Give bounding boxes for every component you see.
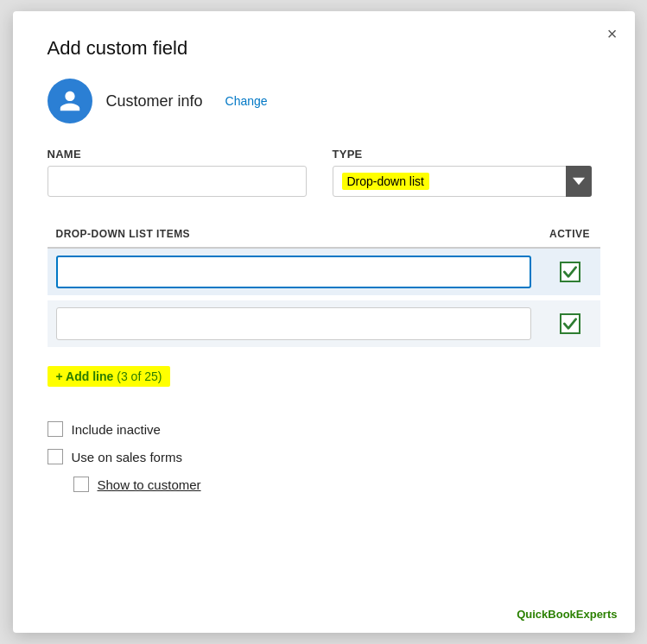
name-label: Name bbox=[48, 148, 307, 161]
show-to-customer-row: Show to customer bbox=[73, 477, 600, 492]
change-link[interactable]: Change bbox=[225, 94, 268, 108]
type-select[interactable]: Drop-down list bbox=[333, 166, 592, 197]
item-input-2[interactable] bbox=[56, 307, 531, 340]
table-row bbox=[48, 298, 600, 350]
checkmark-icon-1 bbox=[563, 265, 577, 279]
type-label: Type bbox=[333, 148, 592, 161]
add-line-button[interactable]: + Add line (3 of 25) bbox=[48, 366, 171, 387]
type-select-arrow[interactable] bbox=[566, 166, 592, 197]
fields-row: Name Type Drop-down list bbox=[48, 148, 600, 197]
type-select-value: Drop-down list bbox=[342, 174, 582, 188]
entity-row: Customer info Change bbox=[48, 79, 600, 123]
item-input-cell-2 bbox=[48, 298, 540, 350]
type-select-highlighted: Drop-down list bbox=[342, 173, 429, 190]
add-line-label: + Add line bbox=[56, 369, 114, 383]
active-cell-2 bbox=[540, 298, 600, 350]
use-on-sales-checkbox[interactable] bbox=[48, 449, 63, 464]
add-line-section: + Add line (3 of 25) bbox=[48, 366, 600, 404]
name-field-group: Name bbox=[48, 148, 307, 197]
active-checkbox-2[interactable] bbox=[560, 313, 580, 334]
active-checkbox-1[interactable] bbox=[560, 262, 580, 282]
table-row bbox=[48, 248, 600, 298]
person-icon bbox=[58, 89, 82, 113]
use-on-sales-label: Use on sales forms bbox=[72, 450, 182, 464]
include-inactive-row: Include inactive bbox=[48, 421, 600, 437]
use-on-sales-row: Use on sales forms bbox=[48, 449, 600, 464]
col-active-header: ACTIVE bbox=[540, 221, 600, 248]
include-inactive-checkbox[interactable] bbox=[48, 421, 63, 437]
item-input-cell bbox=[48, 248, 540, 298]
checkmark-icon-2 bbox=[563, 317, 577, 331]
add-custom-field-dialog: × Add custom field Customer info Change … bbox=[13, 11, 635, 633]
add-line-count: (3 of 25) bbox=[117, 369, 162, 383]
col-items-header: DROP-DOWN LIST ITEMS bbox=[48, 221, 540, 248]
include-inactive-label: Include inactive bbox=[72, 422, 161, 437]
show-to-customer-checkbox[interactable] bbox=[73, 477, 89, 492]
footer-brand: QuickBookExperts bbox=[517, 608, 617, 621]
item-input-1[interactable] bbox=[56, 256, 531, 288]
chevron-down-icon bbox=[573, 175, 585, 187]
close-button[interactable]: × bbox=[607, 25, 618, 42]
dropdown-items-table: DROP-DOWN LIST ITEMS ACTIVE bbox=[48, 221, 600, 352]
avatar bbox=[48, 79, 92, 123]
dialog-title: Add custom field bbox=[48, 37, 600, 60]
name-input[interactable] bbox=[48, 166, 307, 197]
type-select-wrapper: Drop-down list bbox=[333, 166, 592, 197]
show-to-customer-label: Show to customer bbox=[98, 477, 201, 492]
active-cell-1 bbox=[540, 248, 600, 298]
entity-label: Customer info bbox=[106, 92, 203, 110]
type-field-group: Type Drop-down list bbox=[333, 148, 592, 197]
